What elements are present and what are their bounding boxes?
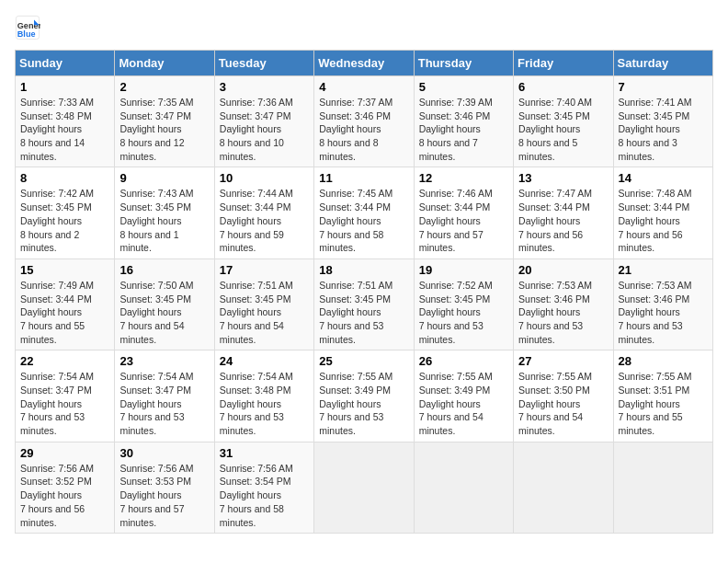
day-number: 30 — [119, 446, 209, 460]
calendar-cell: 4 Sunrise: 7:37 AM Sunset: 3:46 PM Dayli… — [314, 76, 414, 167]
weekday-header-saturday: Saturday — [613, 51, 712, 76]
day-number: 11 — [319, 171, 408, 185]
day-detail: Sunrise: 7:55 AM Sunset: 3:49 PM Dayligh… — [419, 370, 508, 437]
weekday-header-wednesday: Wednesday — [314, 51, 414, 76]
calendar-cell — [314, 442, 414, 533]
day-detail: Sunrise: 7:39 AM Sunset: 3:46 PM Dayligh… — [419, 96, 508, 163]
calendar-cell: 31 Sunrise: 7:56 AM Sunset: 3:54 PM Dayl… — [214, 442, 313, 533]
calendar-week-3: 15 Sunrise: 7:49 AM Sunset: 3:44 PM Dayl… — [16, 259, 713, 350]
day-detail: Sunrise: 7:56 AM Sunset: 3:54 PM Dayligh… — [220, 462, 309, 529]
calendar-week-4: 22 Sunrise: 7:54 AM Sunset: 3:47 PM Dayl… — [16, 350, 713, 442]
calendar-cell: 18 Sunrise: 7:51 AM Sunset: 3:45 PM Dayl… — [314, 259, 414, 350]
day-number: 8 — [20, 171, 109, 185]
calendar-cell: 14 Sunrise: 7:48 AM Sunset: 3:44 PM Dayl… — [613, 167, 712, 259]
day-number: 6 — [518, 80, 608, 94]
weekday-header-tuesday: Tuesday — [214, 51, 313, 76]
day-detail: Sunrise: 7:56 AM Sunset: 3:52 PM Dayligh… — [20, 462, 109, 529]
day-number: 17 — [220, 263, 309, 277]
day-number: 25 — [319, 354, 408, 368]
day-detail: Sunrise: 7:47 AM Sunset: 3:44 PM Dayligh… — [518, 187, 608, 254]
calendar-cell: 17 Sunrise: 7:51 AM Sunset: 3:45 PM Dayl… — [214, 259, 313, 350]
day-number: 22 — [20, 354, 109, 368]
day-detail: Sunrise: 7:33 AM Sunset: 3:48 PM Dayligh… — [20, 96, 109, 163]
calendar-cell — [613, 442, 712, 533]
calendar-cell: 8 Sunrise: 7:42 AM Sunset: 3:45 PM Dayli… — [16, 167, 115, 259]
day-number: 26 — [419, 354, 508, 368]
day-detail: Sunrise: 7:54 AM Sunset: 3:47 PM Dayligh… — [20, 370, 109, 437]
calendar-cell: 6 Sunrise: 7:40 AM Sunset: 3:45 PM Dayli… — [514, 76, 613, 167]
day-number: 13 — [518, 171, 608, 185]
day-detail: Sunrise: 7:52 AM Sunset: 3:45 PM Dayligh… — [419, 279, 508, 346]
day-detail: Sunrise: 7:35 AM Sunset: 3:47 PM Dayligh… — [119, 96, 209, 163]
calendar-cell: 20 Sunrise: 7:53 AM Sunset: 3:46 PM Dayl… — [514, 259, 613, 350]
calendar-cell: 25 Sunrise: 7:55 AM Sunset: 3:49 PM Dayl… — [314, 350, 414, 442]
day-number: 19 — [419, 263, 508, 277]
day-number: 18 — [319, 263, 408, 277]
calendar-cell: 7 Sunrise: 7:41 AM Sunset: 3:45 PM Dayli… — [613, 76, 712, 167]
day-number: 29 — [20, 446, 109, 460]
calendar-cell: 23 Sunrise: 7:54 AM Sunset: 3:47 PM Dayl… — [115, 350, 214, 442]
day-number: 23 — [119, 354, 209, 368]
weekday-header-sunday: Sunday — [16, 51, 115, 76]
day-detail: Sunrise: 7:56 AM Sunset: 3:53 PM Dayligh… — [119, 462, 209, 529]
day-number: 20 — [518, 263, 608, 277]
day-detail: Sunrise: 7:54 AM Sunset: 3:48 PM Dayligh… — [220, 370, 309, 437]
weekday-header-friday: Friday — [514, 51, 613, 76]
day-number: 21 — [619, 263, 708, 277]
calendar-cell: 21 Sunrise: 7:53 AM Sunset: 3:46 PM Dayl… — [613, 259, 712, 350]
day-detail: Sunrise: 7:42 AM Sunset: 3:45 PM Dayligh… — [20, 187, 109, 254]
day-detail: Sunrise: 7:55 AM Sunset: 3:50 PM Dayligh… — [518, 370, 608, 437]
day-detail: Sunrise: 7:50 AM Sunset: 3:45 PM Dayligh… — [119, 279, 209, 346]
day-number: 4 — [319, 80, 408, 94]
calendar-cell — [414, 442, 513, 533]
calendar-cell: 19 Sunrise: 7:52 AM Sunset: 3:45 PM Dayl… — [414, 259, 513, 350]
day-number: 1 — [20, 80, 109, 94]
day-number: 27 — [518, 354, 608, 368]
day-detail: Sunrise: 7:55 AM Sunset: 3:49 PM Dayligh… — [319, 370, 408, 437]
day-detail: Sunrise: 7:53 AM Sunset: 3:46 PM Dayligh… — [619, 279, 708, 346]
day-number: 2 — [119, 80, 209, 94]
calendar-cell: 3 Sunrise: 7:36 AM Sunset: 3:47 PM Dayli… — [214, 76, 313, 167]
calendar-cell — [514, 442, 613, 533]
calendar-cell: 15 Sunrise: 7:49 AM Sunset: 3:44 PM Dayl… — [16, 259, 115, 350]
calendar-week-2: 8 Sunrise: 7:42 AM Sunset: 3:45 PM Dayli… — [16, 167, 713, 259]
calendar-cell: 30 Sunrise: 7:56 AM Sunset: 3:53 PM Dayl… — [115, 442, 214, 533]
calendar-cell: 11 Sunrise: 7:45 AM Sunset: 3:44 PM Dayl… — [314, 167, 414, 259]
calendar-week-1: 1 Sunrise: 7:33 AM Sunset: 3:48 PM Dayli… — [16, 76, 713, 167]
day-number: 14 — [619, 171, 708, 185]
weekday-header-thursday: Thursday — [414, 51, 513, 76]
day-number: 24 — [220, 354, 309, 368]
day-detail: Sunrise: 7:48 AM Sunset: 3:44 PM Dayligh… — [619, 187, 708, 254]
logo: General Blue — [15, 15, 44, 40]
day-detail: Sunrise: 7:49 AM Sunset: 3:44 PM Dayligh… — [20, 279, 109, 346]
calendar-cell: 16 Sunrise: 7:50 AM Sunset: 3:45 PM Dayl… — [115, 259, 214, 350]
day-detail: Sunrise: 7:37 AM Sunset: 3:46 PM Dayligh… — [319, 96, 408, 163]
calendar-cell: 24 Sunrise: 7:54 AM Sunset: 3:48 PM Dayl… — [214, 350, 313, 442]
calendar-cell: 28 Sunrise: 7:55 AM Sunset: 3:51 PM Dayl… — [613, 350, 712, 442]
calendar-cell: 13 Sunrise: 7:47 AM Sunset: 3:44 PM Dayl… — [514, 167, 613, 259]
svg-text:Blue: Blue — [17, 29, 36, 39]
day-number: 12 — [419, 171, 508, 185]
day-number: 10 — [220, 171, 309, 185]
day-number: 31 — [220, 446, 309, 460]
day-detail: Sunrise: 7:45 AM Sunset: 3:44 PM Dayligh… — [319, 187, 408, 254]
calendar-table: SundayMondayTuesdayWednesdayThursdayFrid… — [15, 50, 713, 534]
calendar-week-5: 29 Sunrise: 7:56 AM Sunset: 3:52 PM Dayl… — [16, 442, 713, 533]
day-number: 28 — [619, 354, 708, 368]
calendar-cell: 10 Sunrise: 7:44 AM Sunset: 3:44 PM Dayl… — [214, 167, 313, 259]
calendar-cell: 9 Sunrise: 7:43 AM Sunset: 3:45 PM Dayli… — [115, 167, 214, 259]
calendar-cell: 2 Sunrise: 7:35 AM Sunset: 3:47 PM Dayli… — [115, 76, 214, 167]
day-number: 9 — [119, 171, 209, 185]
day-detail: Sunrise: 7:46 AM Sunset: 3:44 PM Dayligh… — [419, 187, 508, 254]
calendar-cell: 27 Sunrise: 7:55 AM Sunset: 3:50 PM Dayl… — [514, 350, 613, 442]
calendar-cell: 29 Sunrise: 7:56 AM Sunset: 3:52 PM Dayl… — [16, 442, 115, 533]
day-number: 3 — [220, 80, 309, 94]
calendar-cell: 12 Sunrise: 7:46 AM Sunset: 3:44 PM Dayl… — [414, 167, 513, 259]
calendar-cell: 5 Sunrise: 7:39 AM Sunset: 3:46 PM Dayli… — [414, 76, 513, 167]
calendar-cell: 26 Sunrise: 7:55 AM Sunset: 3:49 PM Dayl… — [414, 350, 513, 442]
page-header: General Blue — [15, 15, 713, 40]
day-number: 7 — [619, 80, 708, 94]
day-detail: Sunrise: 7:44 AM Sunset: 3:44 PM Dayligh… — [220, 187, 309, 254]
day-detail: Sunrise: 7:53 AM Sunset: 3:46 PM Dayligh… — [518, 279, 608, 346]
day-detail: Sunrise: 7:55 AM Sunset: 3:51 PM Dayligh… — [619, 370, 708, 437]
